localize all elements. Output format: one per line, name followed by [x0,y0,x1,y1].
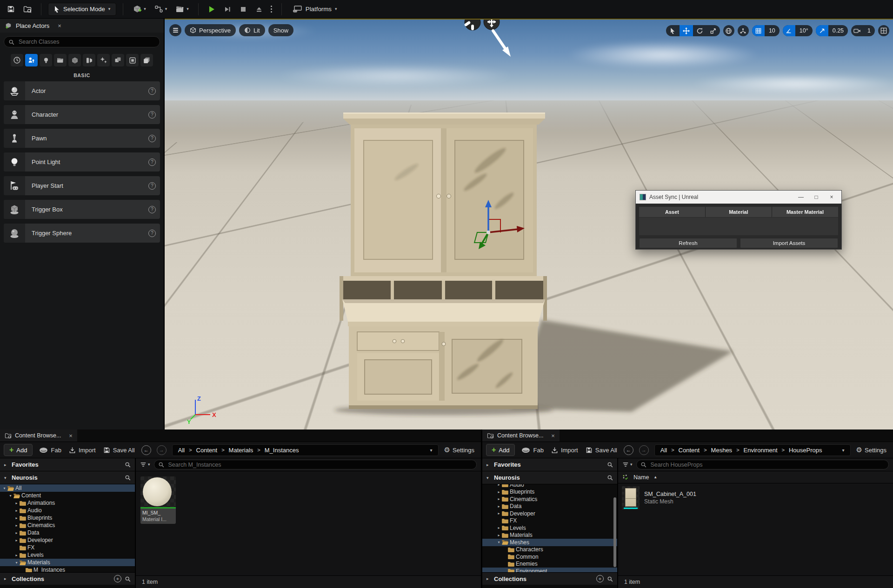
help-icon[interactable]: ? [144,224,160,243]
category-basic-icon[interactable] [25,54,38,66]
tree-item-fx[interactable]: FX [482,517,617,525]
tree-expand-arrow-icon[interactable]: ▸ [14,509,19,513]
scale-snap-control[interactable]: 0.25 [816,25,848,36]
help-icon[interactable]: ? [144,152,160,172]
tree-expand-arrow-icon[interactable]: ▸ [496,484,501,487]
tree-item-developer[interactable]: ▸Developer [482,510,617,517]
scale-tool-button[interactable] [706,25,720,36]
show-dropdown[interactable]: Show [268,24,294,36]
tree-item-animations[interactable]: ▸Animations [0,499,135,507]
static-mesh-row[interactable]: SM_Cabinet_A_001 Static Mesh [618,483,893,512]
category-cinematic-icon[interactable] [54,54,67,66]
search-classes-input[interactable] [18,38,155,46]
close-icon[interactable]: × [58,22,61,29]
add-button[interactable]: +Add [486,444,515,456]
tree-item-blueprints[interactable]: ▸Blueprints [482,489,617,496]
tree-item-fx[interactable]: FX [0,544,135,551]
breadcrumb-item[interactable]: Content [196,447,218,454]
breadcrumb-item[interactable]: Content [679,447,700,454]
cabinet-static-mesh[interactable] [198,112,547,429]
back-button[interactable]: ← [624,445,633,455]
rotate-tool-button[interactable] [693,25,706,36]
tree-expand-arrow-icon[interactable]: ▸ [14,501,19,505]
save-all-button[interactable]: Save All [585,444,618,456]
collapse-arrow-icon[interactable]: ▾ [486,476,491,480]
search-icon[interactable] [125,576,131,582]
forward-button[interactable]: → [157,445,167,455]
help-icon[interactable]: ? [144,176,160,195]
chevron-down-icon[interactable]: ▾ [842,448,845,453]
place-actors-search[interactable] [4,36,160,47]
category-recently-placed-icon[interactable] [11,54,23,66]
add-actor-dropdown[interactable]: ▾ [130,3,149,16]
tree-expand-arrow-icon[interactable]: ▸ [496,511,501,515]
minimize-button[interactable]: — [795,194,807,200]
tree-scrollbar[interactable] [613,497,616,567]
help-icon[interactable]: ? [144,200,160,219]
place-actor-item-pawn[interactable]: Pawn? [4,129,160,148]
asset-sync-titlebar[interactable]: Asset Sync | Unreal — □ × [636,191,841,204]
list-column-header[interactable]: Name ▲ [618,471,893,483]
content-browser-tab[interactable]: Content Browse... × [0,429,77,442]
tree-item-m-instances[interactable]: M_Instances [0,566,135,572]
select-tool-button[interactable] [666,25,680,36]
stop-button[interactable] [237,3,250,16]
tree-item-enemies[interactable]: Enemies [482,561,617,568]
camera-speed-control[interactable]: 1 [851,25,875,36]
cinematics-dropdown[interactable]: ▾ [173,3,192,16]
tree-item-environment[interactable]: Environment [482,568,617,572]
move-tool-button[interactable] [680,25,693,36]
help-icon[interactable]: ? [144,129,160,148]
expand-arrow-icon[interactable]: ▸ [4,576,8,581]
tree-item-meshes[interactable]: ▾Meshes [482,539,617,546]
tree-expand-arrow-icon[interactable]: ▸ [14,553,19,557]
level-viewport[interactable]: Z X Y Perspective Lit Show [165,19,893,429]
settings-button[interactable]: ⚙Settings [856,446,889,454]
tree-item-audio[interactable]: ▸Audio [0,507,135,514]
tree-expand-arrow-icon[interactable]: ▸ [14,523,19,528]
tree-expand-arrow-icon[interactable]: ▸ [496,497,501,501]
expand-arrow-icon[interactable]: ▸ [486,576,491,581]
sources-header[interactable]: ▾ Neurosis [482,471,617,484]
maximize-viewport-button[interactable] [878,25,889,36]
add-collection-icon[interactable]: + [114,575,121,582]
tree-item-data[interactable]: ▸Data [0,529,135,536]
search-icon[interactable] [607,462,613,468]
filters-button[interactable]: ▾ [140,462,150,468]
surface-snapping-button[interactable] [738,25,749,36]
close-icon[interactable]: × [551,432,555,439]
tree-expand-arrow-icon[interactable]: ▸ [14,531,19,535]
chevron-down-icon[interactable]: ▾ [430,448,433,453]
search-icon[interactable] [607,475,613,481]
asset-search[interactable] [154,460,477,469]
tree-collapse-arrow-icon[interactable]: ▾ [2,486,7,490]
filters-button[interactable]: ▾ [622,462,633,468]
close-icon[interactable]: × [69,432,73,439]
play-options-kebab[interactable] [268,3,275,16]
asset-grid[interactable]: MI_SM_ Cabinet Material I... [136,471,481,575]
breadcrumb-item[interactable]: HouseProps [789,447,822,454]
tree-item-data[interactable]: ▸Data [482,503,617,510]
tree-collapse-arrow-icon[interactable]: ▾ [496,540,501,544]
tree-item-levels[interactable]: ▸Levels [0,551,135,559]
category-visual-effects-icon[interactable] [97,54,110,66]
search-icon[interactable] [125,462,131,468]
favorites-header[interactable]: ▸ Favorites [0,458,135,471]
help-icon[interactable]: ? [144,81,160,100]
lit-mode-dropdown[interactable]: Lit [239,24,265,36]
blueprints-dropdown[interactable]: ▾ [152,3,170,16]
rotation-snap-control[interactable]: 10° [783,25,813,36]
favorites-header[interactable]: ▸ Favorites [482,458,617,471]
breadcrumb-item[interactable]: M_Instances [265,447,299,454]
forward-button[interactable]: → [639,445,649,455]
import-assets-button[interactable]: Import Assets [740,238,838,248]
grid-snap-control[interactable]: 10 [752,25,780,36]
category-geometry-icon[interactable] [112,54,124,66]
place-actor-item-character[interactable]: Character? [4,105,160,124]
viewport-options-menu[interactable] [169,24,181,36]
asset-list[interactable]: Name ▲ SM_Cabinet_A_001 Static Mesh [618,471,893,575]
frame-skip-button[interactable] [221,3,234,16]
category-lights-icon[interactable] [40,54,52,66]
place-actor-item-trigger-box[interactable]: Trigger Box? [4,200,160,219]
place-actor-item-actor[interactable]: Actor? [4,81,160,100]
